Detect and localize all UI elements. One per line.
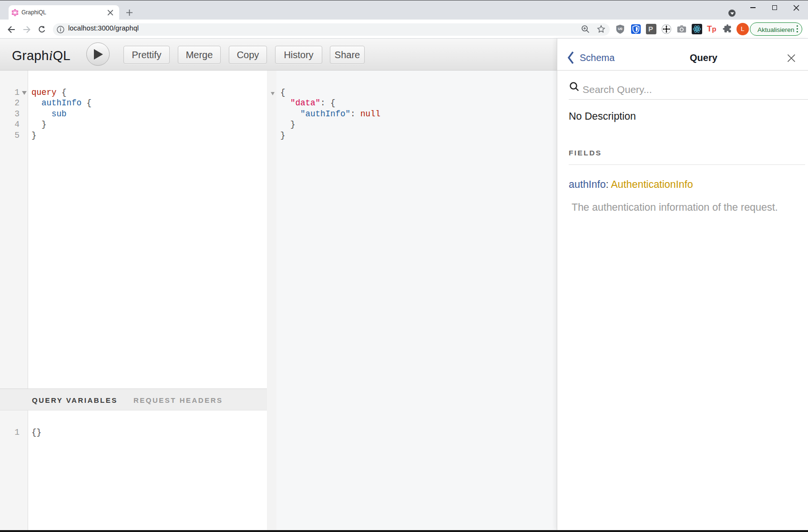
svg-text:U0: U0 — [618, 27, 622, 31]
